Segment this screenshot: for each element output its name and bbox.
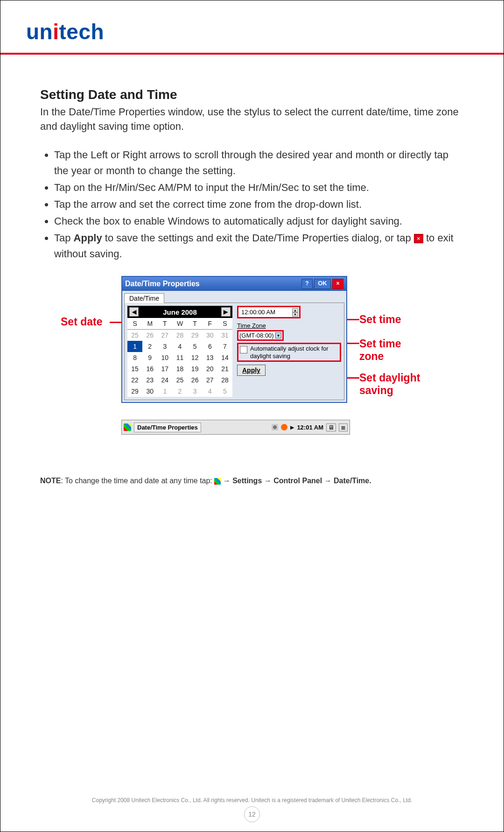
calendar-cell[interactable]: 5	[188, 341, 203, 352]
calendar-cell[interactable]: 25	[127, 330, 142, 341]
calendar-cell[interactable]: 19	[188, 363, 203, 374]
brand-pre: un	[26, 20, 53, 44]
day-header: T	[157, 318, 172, 330]
dst-label: Automatically adjust clock for daylight …	[250, 345, 338, 360]
step-2: Tap on the Hr/Min/Sec AM/PM to input the…	[54, 180, 464, 196]
timezone-select[interactable]: (GMT-08:00) ▾	[237, 330, 284, 341]
callout-set-date: Set date	[61, 316, 102, 328]
calendar-cell[interactable]: 14	[217, 352, 232, 363]
day-header: M	[142, 318, 157, 330]
time-input[interactable]: 12:00:00 AM ▲▼	[237, 306, 301, 318]
note: NOTE: To change the time and date at any…	[40, 477, 464, 485]
step-5: Tap Apply to save the settings and exit …	[54, 230, 464, 262]
prev-month-button[interactable]: ◀	[129, 307, 139, 317]
copyright: Copyright 2008 Unitech Electronics Co., …	[0, 797, 504, 804]
note-text1: : To change the time and date at any tim…	[61, 477, 214, 485]
calendar-cell[interactable]: 8	[127, 352, 142, 363]
calendar-cell[interactable]: 21	[217, 363, 232, 374]
calendar-cell[interactable]: 15	[127, 363, 142, 374]
calendar-cell[interactable]: 5	[217, 386, 232, 397]
calendar-cell[interactable]: 29	[188, 330, 203, 341]
calendar-cell[interactable]: 12	[188, 352, 203, 363]
calendar-cell[interactable]: 13	[203, 352, 217, 363]
calendar-cell[interactable]: 31	[217, 330, 232, 341]
calendar-cell[interactable]: 27	[157, 330, 172, 341]
volume-icon[interactable]	[272, 424, 278, 430]
help-button[interactable]: ?	[301, 279, 313, 289]
step-5a: Tap	[54, 232, 74, 244]
chevron-down-icon[interactable]: ▾	[275, 332, 281, 338]
calendar-cell[interactable]: 11	[172, 352, 187, 363]
pane: ◀ June 2008 ▶ S M T W T F	[124, 303, 344, 400]
calendar: ◀ June 2008 ▶ S M T W T F	[127, 306, 232, 397]
tray-icon[interactable]: 🖥	[326, 423, 336, 431]
time-value[interactable]: 12:00:00 AM	[239, 308, 291, 317]
calendar-cell[interactable]: 27	[203, 374, 217, 386]
calendar-cell[interactable]: 18	[172, 363, 187, 374]
next-month-button[interactable]: ▶	[221, 307, 231, 317]
note-prefix: NOTE	[40, 477, 61, 485]
calendar-cell-selected[interactable]: 1	[127, 341, 142, 352]
brand-logo: unitech	[26, 19, 478, 44]
calendar-cell[interactable]: 20	[203, 363, 217, 374]
step-5c: to save the settings and exit the Date/T…	[102, 232, 414, 244]
brand-post: tech	[59, 20, 104, 44]
calendar-header: ◀ June 2008 ▶	[127, 306, 232, 318]
apply-button[interactable]: Apply	[237, 365, 266, 376]
calendar-cell[interactable]: 17	[157, 363, 172, 374]
tray-icon[interactable]: ≣	[339, 423, 348, 431]
ok-button[interactable]: OK	[314, 279, 331, 289]
brand-i: i	[53, 20, 59, 44]
dst-checkbox[interactable]	[240, 346, 247, 353]
close-icon: ×	[414, 234, 423, 243]
close-button[interactable]: ×	[332, 279, 343, 289]
title-bar: Date/Time Properties ? OK ×	[122, 277, 346, 291]
calendar-cell[interactable]: 26	[142, 330, 157, 341]
calendar-cell[interactable]: 4	[203, 386, 217, 397]
steps-list: Tap the Left or Right arrows to scroll t…	[40, 147, 464, 262]
taskbar-app[interactable]: Date/Time Properties	[134, 423, 201, 432]
time-spinner[interactable]: ▲▼	[292, 308, 298, 317]
calendar-cell[interactable]: 24	[157, 374, 172, 386]
calendar-cell[interactable]: 16	[142, 363, 157, 374]
day-header: W	[172, 318, 187, 330]
calendar-cell[interactable]: 9	[142, 352, 157, 363]
datetime-dialog: Date/Time Properties ? OK × Date/Time ◀ …	[121, 276, 347, 403]
timezone-value: (GMT-08:00)	[239, 332, 274, 339]
calendar-cell[interactable]: 7	[217, 341, 232, 352]
calendar-cell[interactable]: 26	[188, 374, 203, 386]
calendar-cell[interactable]: 30	[142, 386, 157, 397]
intro-text: In the Date/Time Properties window, use …	[40, 105, 464, 134]
calendar-cell[interactable]: 28	[217, 374, 232, 386]
network-icon[interactable]	[281, 424, 287, 430]
taskbar-clock[interactable]: 12:01 AM	[297, 424, 323, 431]
calendar-cell[interactable]: 2	[172, 386, 187, 397]
calendar-cell[interactable]: 29	[127, 386, 142, 397]
step-1: Tap the Left or Right arrows to scroll t…	[54, 147, 464, 179]
start-button-icon[interactable]	[124, 423, 131, 431]
calendar-grid: S M T W T F S 25 26 27	[127, 318, 232, 397]
tab-datetime[interactable]: Date/Time	[124, 293, 164, 303]
dst-checkbox-group[interactable]: Automatically adjust clock for daylight …	[237, 343, 341, 362]
page-number: 12	[244, 806, 260, 822]
calendar-cell[interactable]: 30	[203, 330, 217, 341]
calendar-cell[interactable]: 23	[142, 374, 157, 386]
calendar-cell[interactable]: 2	[142, 341, 157, 352]
note-path: → Settings → Control Panel → Date/Time.	[221, 477, 371, 485]
calendar-cell[interactable]: 22	[127, 374, 142, 386]
day-header: T	[188, 318, 203, 330]
step-5-apply: Apply	[74, 232, 102, 244]
calendar-cell[interactable]: 25	[172, 374, 187, 386]
calendar-cell[interactable]: 3	[188, 386, 203, 397]
calendar-cell[interactable]: 4	[172, 341, 187, 352]
step-3: Tap the arrow and set the correct time z…	[54, 197, 464, 212]
section-title: Setting Date and Time	[40, 87, 464, 102]
calendar-cell[interactable]: 10	[157, 352, 172, 363]
calendar-cell[interactable]: 6	[203, 341, 217, 352]
calendar-cell[interactable]: 1	[157, 386, 172, 397]
calendar-cell[interactable]: 3	[157, 341, 172, 352]
day-header: S	[217, 318, 232, 330]
calendar-cell[interactable]: 28	[172, 330, 187, 341]
calendar-month[interactable]: June 2008	[163, 308, 197, 316]
start-flag-icon	[214, 478, 221, 485]
